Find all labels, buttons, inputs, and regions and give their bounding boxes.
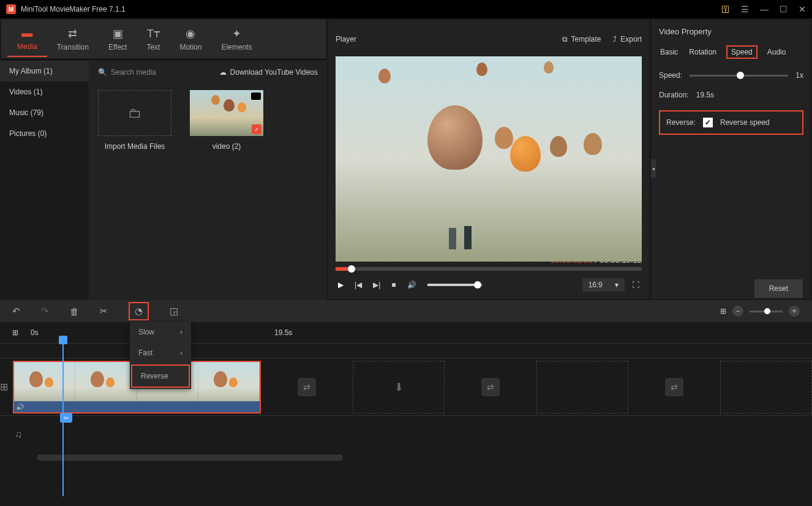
- reverse-label: Reverse:: [666, 118, 696, 127]
- prop-tab-speed[interactable]: Speed: [726, 45, 757, 59]
- drop-zone[interactable]: [536, 361, 628, 413]
- minimize-icon[interactable]: —: [760, 4, 769, 14]
- fullscreen-button[interactable]: ⛶: [632, 281, 639, 289]
- clip-volume-icon[interactable]: 🔊: [16, 403, 24, 411]
- media-sidebar: My Album (1) Videos (1) Music (79) Pictu…: [0, 61, 89, 300]
- close-icon[interactable]: ✕: [799, 4, 806, 14]
- key-icon[interactable]: ⚿: [721, 4, 730, 14]
- split-button[interactable]: ✂: [100, 306, 108, 317]
- zoom-in-button[interactable]: +: [789, 306, 800, 317]
- effect-icon: ▣: [113, 27, 123, 40]
- sidebar-item-videos[interactable]: Videos (1): [0, 81, 89, 102]
- app-logo-icon: M: [6, 4, 16, 14]
- speed-label: Speed:: [659, 71, 682, 80]
- chevron-down-icon: ▾: [615, 281, 618, 289]
- speed-menu: Slow› Fast› Reverse: [130, 322, 191, 389]
- maximize-icon[interactable]: ☐: [780, 4, 788, 14]
- speed-menu-slow[interactable]: Slow›: [130, 322, 191, 342]
- property-title: Video Property: [659, 27, 803, 36]
- titlebar: M MiniTool MovieMaker Free 7.1.1 ⚿ ☰ — ☐…: [0, 0, 812, 18]
- speed-slider[interactable]: [690, 75, 788, 77]
- speed-menu-fast[interactable]: Fast›: [130, 342, 191, 363]
- search-input[interactable]: 🔍Search media: [98, 68, 156, 77]
- tab-transition[interactable]: ⇄Transition: [47, 22, 99, 56]
- export-icon: ⤴: [613, 35, 617, 43]
- transition-slot[interactable]: ⇄: [298, 378, 316, 396]
- speed-button[interactable]: ◔ Slow› Fast› Reverse: [129, 302, 149, 320]
- reverse-checkbox[interactable]: ✓: [703, 118, 713, 127]
- redo-button[interactable]: ↷: [41, 306, 49, 317]
- media-thumbnail[interactable]: [190, 90, 263, 136]
- playhead-scissors-icon[interactable]: ✂: [60, 413, 72, 423]
- export-button[interactable]: ⤴Export: [613, 35, 642, 43]
- reverse-text: Reverse speed: [720, 118, 770, 127]
- template-button[interactable]: ⧉Template: [562, 35, 601, 43]
- delete-button[interactable]: 🗑: [70, 306, 79, 317]
- app-title: MiniTool MovieMaker Free 7.1.1: [21, 5, 126, 13]
- cloud-download-icon: ☁: [219, 68, 227, 77]
- tab-effect[interactable]: ▣Effect: [99, 22, 137, 56]
- add-track-icon[interactable]: ⊞: [12, 328, 18, 337]
- prop-tab-audio[interactable]: Audio: [766, 45, 788, 59]
- menu-icon[interactable]: ☰: [741, 4, 749, 14]
- sidebar-item-pictures[interactable]: Pictures (0): [0, 123, 89, 144]
- download-youtube-button[interactable]: ☁Download YouTube Videos: [219, 68, 318, 77]
- play-button[interactable]: ▶: [338, 281, 344, 289]
- text-icon: Tᴛ: [147, 27, 160, 40]
- collapse-panel-button[interactable]: ◂: [651, 159, 656, 178]
- crop-button[interactable]: ◲: [170, 306, 178, 317]
- volume-slider[interactable]: [427, 284, 483, 286]
- tab-motion[interactable]: ◉Motion: [170, 22, 211, 56]
- sidebar-item-music[interactable]: Music (79): [0, 102, 89, 123]
- chevron-right-icon: ›: [180, 349, 182, 357]
- edit-toolbar: ↶ ↷ 🗑 ✂ ◔ Slow› Fast› Reverse ◲ ⊞ − +: [0, 300, 812, 322]
- player-seekbar[interactable]: [336, 267, 642, 271]
- duration-value: 19.5s: [696, 91, 714, 99]
- motion-icon: ◉: [186, 27, 195, 40]
- tab-media[interactable]: ▬Media: [7, 22, 47, 57]
- import-label: Import Media Files: [105, 142, 165, 151]
- duration-label: Duration:: [659, 91, 689, 99]
- folder-icon: ▬: [21, 27, 32, 40]
- reverse-row: Reverse: ✓ Reverse speed: [659, 110, 803, 135]
- undo-button[interactable]: ↶: [12, 306, 20, 317]
- template-icon: ⧉: [562, 35, 568, 43]
- folder-icon: 🗀: [128, 105, 141, 121]
- audio-track-icon: ♫: [0, 416, 37, 452]
- prop-tab-basic[interactable]: Basic: [659, 45, 679, 59]
- volume-icon[interactable]: 🔊: [407, 281, 416, 289]
- drop-zone[interactable]: ⬇: [353, 361, 445, 413]
- video-preview: [336, 56, 642, 262]
- search-icon: 🔍: [98, 68, 107, 77]
- chevron-right-icon: ›: [180, 328, 182, 336]
- drop-zone[interactable]: [720, 361, 812, 413]
- speed-menu-reverse[interactable]: Reverse: [131, 364, 190, 388]
- reset-button[interactable]: Reset: [754, 279, 803, 298]
- import-media-button[interactable]: 🗀: [98, 90, 171, 136]
- zoom-out-button[interactable]: −: [732, 306, 743, 317]
- tab-text[interactable]: TᴛText: [137, 22, 170, 56]
- sidebar-item-myalbum[interactable]: My Album (1): [0, 61, 89, 81]
- transition-slot[interactable]: ⇄: [481, 378, 500, 396]
- media-label: video (2): [212, 142, 241, 151]
- next-frame-button[interactable]: ▶|: [373, 281, 380, 289]
- elements-icon: ✦: [232, 27, 241, 40]
- tab-elements[interactable]: ✦Elements: [211, 22, 261, 56]
- timeline-scrollbar[interactable]: [37, 455, 343, 461]
- prop-tab-rotation[interactable]: Rotation: [688, 45, 718, 59]
- aspect-ratio-select[interactable]: 16:9▾: [582, 278, 625, 292]
- timeline-ruler[interactable]: ⊞ 0s 19.5s ✂: [0, 322, 812, 343]
- zoom-slider[interactable]: [750, 311, 783, 312]
- fit-icon[interactable]: ⊞: [720, 307, 726, 315]
- player-title: Player: [336, 35, 356, 43]
- transition-icon: ⇄: [68, 27, 77, 40]
- prev-frame-button[interactable]: |◀: [355, 281, 362, 289]
- speed-value: 1x: [795, 71, 803, 80]
- transition-slot[interactable]: ⇄: [665, 378, 683, 396]
- stop-button[interactable]: ■: [391, 281, 396, 289]
- video-track-icon: ⊞: [0, 358, 8, 415]
- main-toolbar: ▬Media ⇄Transition ▣Effect TᴛText ◉Motio…: [1, 20, 326, 59]
